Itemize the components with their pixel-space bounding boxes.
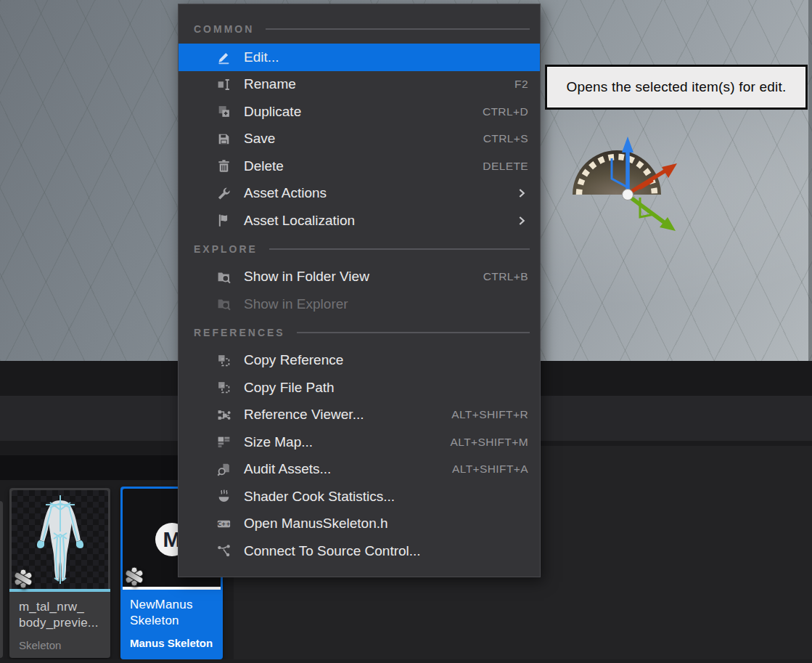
menu-item-shortcut: CTRL+S <box>483 132 528 145</box>
menu-item-shortcut: CTRL+D <box>483 105 528 118</box>
dome-actor <box>573 150 661 195</box>
menu-item-label: Show in Folder View <box>244 269 369 285</box>
flag-icon <box>208 213 239 228</box>
menu-item-edit[interactable]: Edit... <box>179 44 540 71</box>
duplicate-icon <box>208 104 239 119</box>
menu-item-label: Save <box>244 131 275 147</box>
menu-item-asset-actions[interactable]: Asset Actions <box>179 180 540 208</box>
viewport-right-edge <box>808 0 812 361</box>
reference-graph-icon <box>208 407 239 423</box>
asset-tile-skeleton[interactable]: m_tal_nrw_ body_previe... Skeleton <box>9 488 110 658</box>
menu-item-delete[interactable]: DeleteDELETE <box>179 152 540 180</box>
menu-item-copy-reference[interactable]: Copy Reference <box>179 347 540 375</box>
menu-item-show-in-explorer[interactable]: Show in Explorer <box>179 290 540 318</box>
menu-item-label: Delete <box>244 158 284 174</box>
partial-asset-tile[interactable] <box>0 501 3 658</box>
menu-item-label: Shader Cook Statistics... <box>244 489 395 505</box>
gizmo-origin-ball <box>623 190 633 200</box>
menu-item-label: Duplicate <box>244 104 301 120</box>
menu-item-label: Show in Explorer <box>244 296 348 312</box>
menu-item-audit-assets[interactable]: Audit Assets...ALT+SHIFT+A <box>179 456 540 484</box>
menu-item-shortcut: DELETE <box>483 160 528 173</box>
cpp-icon: C++ <box>208 516 239 532</box>
asset-type-label: Manus Skeleton <box>130 637 223 649</box>
menu-item-reference-viewer[interactable]: Reference Viewer...ALT+SHIFT+R <box>179 402 540 429</box>
menu-item-label: Copy File Path <box>244 380 335 396</box>
menu-item-save[interactable]: SaveCTRL+S <box>179 126 540 153</box>
menu-item-label: Reference Viewer... <box>244 407 364 423</box>
menu-item-shortcut: CTRL+B <box>483 270 528 283</box>
asset-type-label: Skeleton <box>19 639 110 651</box>
menu-item-label: Asset Localization <box>244 213 355 229</box>
menu-item-shortcut: ALT+SHIFT+A <box>452 463 528 476</box>
menu-section-label: EXPLORE <box>194 243 258 255</box>
gizmo-y-axis <box>628 195 676 231</box>
wrench-icon <box>208 186 239 201</box>
menu-item-label: Open ManusSkeleton.h <box>244 516 388 532</box>
menu-item-open-manusskeleton-h[interactable]: C++Open ManusSkeleton.h <box>179 511 540 538</box>
copy-path-icon <box>208 380 239 395</box>
source-control-icon <box>208 543 239 558</box>
menu-item-label: Rename <box>244 76 296 92</box>
menu-item-shortcut: ALT+SHIFT+M <box>451 436 528 449</box>
asset-name-line1: NewManus <box>130 597 223 613</box>
bottom-edge-strip <box>0 659 812 663</box>
menu-item-label: Audit Assets... <box>244 461 331 477</box>
menu-item-label: Copy Reference <box>244 352 343 368</box>
chevron-right-icon <box>515 214 528 227</box>
menu-item-shader-cook-statistics[interactable]: Shader Cook Statistics... <box>179 483 540 511</box>
menu-item-copy-file-path[interactable]: Copy File Path <box>179 374 540 402</box>
menu-item-size-map[interactable]: Size Map...ALT+SHIFT+M <box>179 428 540 456</box>
menu-item-label: Connect To Source Control... <box>244 543 421 559</box>
unsaved-asterisk-badge <box>13 569 33 592</box>
menu-item-shortcut: F2 <box>514 78 528 91</box>
transform-gizmo[interactable] <box>567 122 694 241</box>
edit-tooltip: Opens the selected item(s) for edit. <box>545 65 808 110</box>
menu-section-explore: EXPLORE <box>179 235 540 264</box>
menu-item-asset-localization[interactable]: Asset Localization <box>179 207 540 235</box>
audit-icon <box>208 462 239 477</box>
chevron-right-icon <box>515 187 528 200</box>
shader-cook-icon <box>208 489 239 504</box>
menu-section-divider <box>266 28 530 30</box>
menu-item-connect-to-source-control[interactable]: Connect To Source Control... <box>179 537 540 565</box>
asset-thumbnail-checkerboard <box>12 490 108 589</box>
asset-name-line2: body_previe... <box>19 615 110 631</box>
menu-item-shortcut: ALT+SHIFT+R <box>451 408 528 421</box>
menu-section-divider <box>297 332 530 333</box>
menu-item-label: Asset Actions <box>244 185 327 201</box>
trash-icon <box>208 158 239 174</box>
menu-section-divider <box>269 248 530 250</box>
menu-section-label: REFERENCES <box>194 327 285 338</box>
save-icon <box>208 131 239 147</box>
menu-item-show-in-folder-view[interactable]: Show in Folder ViewCTRL+B <box>179 264 540 291</box>
menu-item-duplicate[interactable]: DuplicateCTRL+D <box>179 98 540 126</box>
menu-section-references: REFERENCES <box>179 318 540 347</box>
menu-item-label: Size Map... <box>244 434 313 450</box>
menu-section-label: COMMON <box>194 23 254 35</box>
folder-search-icon <box>208 269 239 285</box>
rename-icon <box>208 77 239 92</box>
asset-name-line2: Skeleton <box>130 613 223 629</box>
menu-section-common: COMMON <box>179 15 540 44</box>
svg-text:C++: C++ <box>217 521 230 527</box>
context-menu: COMMONEdit...RenameF2DuplicateCTRL+DSave… <box>178 4 541 577</box>
unreal-editor-window: m_tal_nrw_ body_previe... Skeleton M New… <box>0 0 812 663</box>
pencil-icon <box>208 49 239 65</box>
copy-reference-icon <box>208 353 239 368</box>
asset-name-line1: m_tal_nrw_ <box>19 599 110 615</box>
tooltip-text: Opens the selected item(s) for edit. <box>567 79 787 95</box>
unsaved-asterisk-badge <box>124 566 144 590</box>
folder-search-icon <box>208 296 239 312</box>
menu-item-label: Edit... <box>244 49 279 65</box>
menu-item-rename[interactable]: RenameF2 <box>179 71 540 99</box>
skeleton-figure-icon <box>30 495 91 588</box>
size-map-icon <box>208 434 239 450</box>
